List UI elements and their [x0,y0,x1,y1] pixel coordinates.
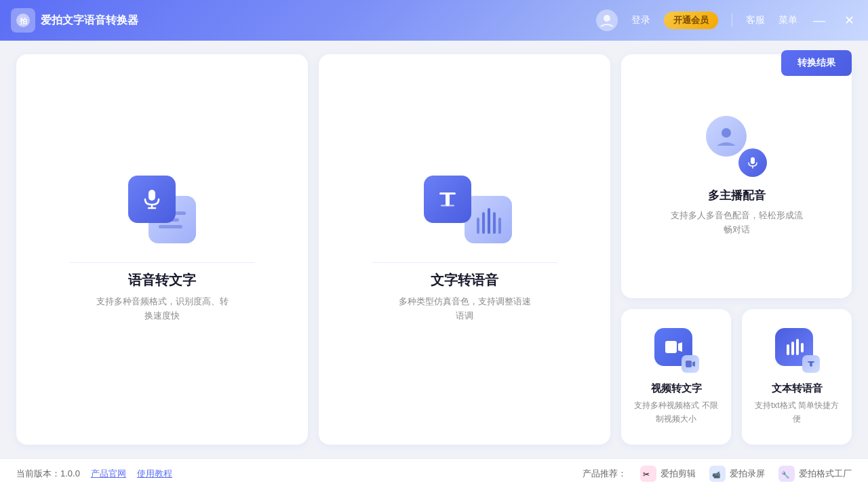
product-geshi-label: 爱拍格式工厂 [799,468,852,480]
multi-host-icon [706,116,767,177]
mic-stack-icon [128,176,196,243]
text-to-speech-desc: 多种类型仿真音色，支持调整语速语调 [397,295,532,323]
multi-host-icon-area [706,116,767,177]
product-jianji[interactable]: ✂ 爱拍剪辑 [640,466,696,482]
product-luping[interactable]: 📹 爱拍录屏 [709,466,765,482]
svg-rect-27 [810,361,812,367]
svg-rect-12 [493,212,496,234]
app-logo-icon: 拍 [11,8,35,33]
convert-result-button[interactable]: 转换结果 [781,50,852,76]
svg-rect-13 [498,218,501,234]
mic-small-icon [738,148,767,177]
card-divider-2 [372,262,557,263]
logo-area: 拍 爱拍文字语音转换器 [11,8,138,33]
svg-point-2 [604,15,610,22]
speech-to-text-icon-area [128,176,196,243]
footer-products: 产品推荐： ✂ 爱拍剪辑 📹 爱拍录屏 🔧 爱拍格式工厂 [583,466,852,482]
mic-front-rect [128,176,176,223]
text-stack-icon [424,176,505,243]
jianji-icon: ✂ [640,466,656,482]
video-to-text-title: 视频转文字 [651,382,702,395]
titlebar-divider [732,14,732,27]
titlebar: 拍 爱拍文字语音转换器 登录 开通会员 客服 菜单 — ✕ [0,0,868,41]
svg-rect-16 [441,205,454,207]
person-icon [706,116,747,157]
svg-rect-6 [149,190,155,201]
multi-host-title: 多主播配音 [708,188,766,203]
video-cam-overlay [682,355,699,373]
right-column: 多主播配音 支持多人多音色配音，轻松形成流畅对话 [621,54,852,445]
luping-icon: 📹 [709,466,726,482]
website-link[interactable]: 产品官网 [91,468,126,480]
text-to-audio-title: 文本转语音 [772,382,823,395]
svg-text:拍: 拍 [19,17,27,25]
service-button[interactable]: 客服 [746,14,765,26]
login-button[interactable]: 登录 [631,14,650,26]
text-to-audio-desc: 支持txt格式 简单快捷方便 [753,399,841,425]
video-to-text-icon-area [654,328,698,371]
text-to-speech-title: 文字转语音 [431,271,498,289]
svg-rect-9 [477,218,479,234]
svg-rect-15 [446,192,450,206]
video-to-text-desc: 支持多种视频格式 不限制视频大小 [632,399,720,425]
svg-rect-20 [665,341,677,353]
text-to-audio-card[interactable]: 文本转语音 支持txt格式 简单快捷方便 [742,309,852,445]
footer: 当前版本：1.0.0 产品官网 使用教程 产品推荐： ✂ 爱拍剪辑 📹 爱拍录屏… [0,458,868,488]
menu-button[interactable]: 菜单 [778,14,797,26]
tutorial-link[interactable]: 使用教程 [137,468,172,480]
version-label: 当前版本：1.0.0 [16,468,80,480]
svg-rect-10 [482,212,485,234]
geshi-icon: 🔧 [778,466,795,482]
product-geshi[interactable]: 🔧 爱拍格式工厂 [778,466,852,482]
card-divider-1 [70,262,255,263]
svg-text:📹: 📹 [712,470,721,479]
product-luping-label: 爱拍录屏 [730,468,765,480]
speech-to-text-desc: 支持多种音频格式，识别度高、转换速度快 [94,295,230,323]
svg-text:✂: ✂ [643,470,650,479]
app-title: 爱拍文字语音转换器 [41,14,138,28]
titlebar-right-controls: 登录 开通会员 客服 菜单 — ✕ [596,9,857,31]
product-jianji-label: 爱拍剪辑 [660,468,696,480]
speech-to-text-title: 语音转文字 [128,271,196,289]
multi-host-card[interactable]: 多主播配音 支持多人多音色配音，轻松形成流畅对话 [621,54,852,298]
text-to-speech-card[interactable]: 文字转语音 多种类型仿真音色，支持调整语速语调 [319,54,610,445]
user-avatar[interactable] [596,9,618,31]
vip-button[interactable]: 开通会员 [664,12,718,29]
video-icon-container [654,328,698,371]
svg-rect-11 [488,208,490,234]
text-to-audio-icon-area [775,328,818,371]
svg-rect-22 [787,344,789,355]
svg-point-17 [722,128,731,138]
close-button[interactable]: ✕ [841,12,857,28]
text-to-speech-icon-area [424,176,505,243]
video-to-text-card[interactable]: 视频转文字 支持多种视频格式 不限制视频大小 [621,309,731,445]
svg-rect-18 [751,157,755,164]
svg-text:🔧: 🔧 [781,470,790,479]
minimize-button[interactable]: — [811,12,827,28]
audio-icon-container [775,328,818,371]
products-label: 产品推荐： [583,468,627,480]
svg-rect-24 [796,339,799,355]
multi-host-desc: 支持多人多音色配音，轻松形成流畅对话 [669,209,804,237]
small-cards-row: 视频转文字 支持多种视频格式 不限制视频大小 [621,309,852,445]
svg-rect-23 [791,342,794,355]
svg-rect-5 [159,225,182,228]
text-back-rect [465,196,512,243]
svg-rect-21 [686,361,692,367]
text-overlay [802,355,820,373]
main-content: 语音转文字 支持多种音频格式，识别度高、转换速度快 [0,41,868,458]
speech-to-text-card[interactable]: 语音转文字 支持多种音频格式，识别度高、转换速度快 [16,54,308,445]
svg-rect-25 [801,343,804,352]
text-front-rect [424,176,471,223]
